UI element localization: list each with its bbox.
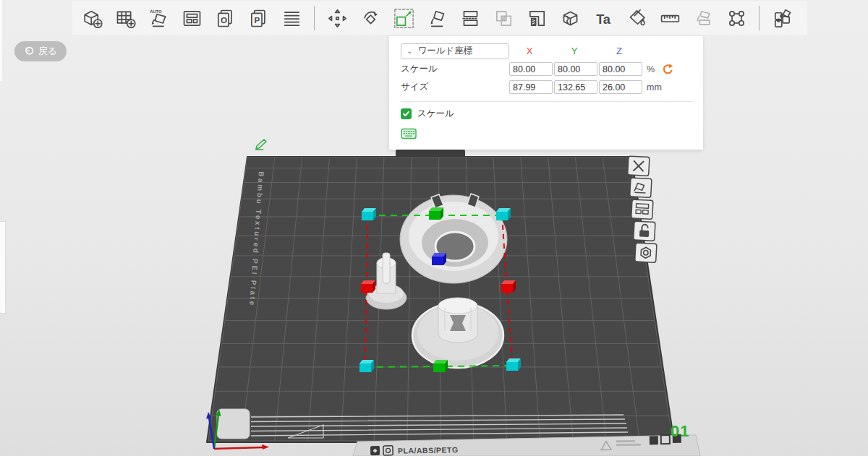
back-button-label: 戻る [38, 45, 57, 58]
size-z-input[interactable] [599, 80, 642, 94]
doc-p-icon[interactable]: P [244, 4, 273, 33]
left-edge-strip [0, 0, 2, 81]
main-toolbar: AUTO O P Ta [72, 1, 807, 35]
split-parts-icon[interactable] [522, 4, 551, 33]
scale-panel: ⌄ ワールド座標 X Y Z スケール % サイズ mm [389, 36, 703, 150]
scale-handle-corner-tl[interactable] [362, 208, 376, 220]
size-x-input[interactable] [509, 80, 553, 94]
arrange-icon[interactable] [177, 4, 206, 33]
paint-tool-icon[interactable] [622, 4, 651, 33]
axis-z-header: Z [599, 46, 639, 56]
scale-handle-mid-left[interactable] [361, 280, 375, 293]
scale-x-input[interactable] [509, 62, 553, 76]
auto-orient-icon[interactable]: AUTO [144, 4, 173, 33]
reset-scale-button[interactable] [662, 63, 674, 75]
undo-icon [24, 46, 34, 56]
scale-handle-center[interactable] [432, 253, 446, 265]
chevron-down-icon: ⌄ [407, 47, 412, 55]
scale-z-input[interactable] [599, 62, 642, 76]
svg-text:O: O [221, 14, 227, 24]
scale-y-input[interactable] [554, 62, 597, 76]
uniform-scale-checkbox[interactable] [401, 108, 412, 119]
edit-plate-pencil-icon[interactable] [255, 139, 266, 150]
scale-handle-corner-tr[interactable] [496, 208, 511, 220]
plate-number: 01 [671, 422, 689, 440]
assembly-tool-icon[interactable] [689, 4, 718, 33]
scale-tool-icon[interactable] [389, 4, 418, 33]
uniform-scale-label: スケール [417, 108, 454, 120]
lay-on-face-icon[interactable] [422, 4, 451, 33]
coordinate-system-value: ワールド座標 [417, 45, 472, 57]
coordinate-system-dropdown[interactable]: ⌄ ワールド座標 [401, 43, 509, 59]
text-tool-icon[interactable]: Ta [589, 4, 618, 33]
plate-material-label: PLA/ABS/PETG [398, 445, 459, 455]
size-y-input[interactable] [554, 80, 597, 94]
lock-plate-button[interactable] [634, 221, 655, 241]
seam-tool-icon[interactable] [722, 4, 751, 33]
size-row-label: サイズ [401, 81, 509, 93]
scale-handle-mid-bottom[interactable] [433, 360, 448, 372]
mesh-cube-icon[interactable] [556, 4, 584, 33]
axis-x-header: X [509, 46, 550, 56]
keyboard-shortcut-button[interactable] [401, 128, 417, 139]
arrange-plate-button[interactable] [631, 199, 653, 219]
back-button[interactable]: 戻る [14, 41, 67, 61]
keyboard-icon [401, 128, 417, 139]
measure-tool-icon[interactable] [655, 4, 684, 33]
scale-row-label: スケール [401, 63, 509, 75]
rotate-tool-icon[interactable] [356, 4, 385, 33]
cut-tool-icon[interactable] [456, 4, 485, 33]
panel-divider [401, 101, 693, 102]
axis-y-header: Y [554, 46, 595, 56]
plugin-puzzle-icon[interactable] [767, 4, 796, 33]
merge-tool-icon[interactable] [489, 4, 518, 33]
plate-settings-button[interactable] [635, 243, 657, 262]
svg-text:AUTO: AUTO [150, 9, 162, 14]
svg-text:Ta: Ta [596, 12, 611, 26]
svg-text:P: P [254, 14, 260, 24]
scale-handle-corner-bl[interactable] [359, 360, 374, 372]
toolbar-separator [314, 6, 315, 30]
scale-unit-label: % [647, 64, 655, 74]
auto-orient-plate-button[interactable] [630, 178, 652, 197]
scale-handle-mid-top[interactable] [429, 207, 443, 220]
toolbar-separator [759, 6, 760, 30]
check-icon [402, 110, 410, 118]
strip-icon-1 [650, 436, 658, 444]
doc-o-icon[interactable]: O [210, 4, 239, 33]
move-tool-icon[interactable] [323, 4, 352, 33]
scale-handle-corner-br[interactable] [506, 358, 521, 371]
collapsed-side-panel-strip[interactable] [0, 221, 6, 314]
add-object-icon[interactable] [77, 4, 106, 33]
layers-icon[interactable] [277, 4, 306, 33]
size-unit-label: mm [647, 82, 662, 93]
scale-handle-mid-right[interactable] [501, 280, 516, 293]
add-plate-icon[interactable] [111, 4, 140, 33]
build-plate[interactable]: Bambu Textured PEI Plate [207, 148, 674, 442]
reset-rotation-icon [662, 63, 674, 75]
delete-plate-button[interactable] [628, 156, 650, 176]
